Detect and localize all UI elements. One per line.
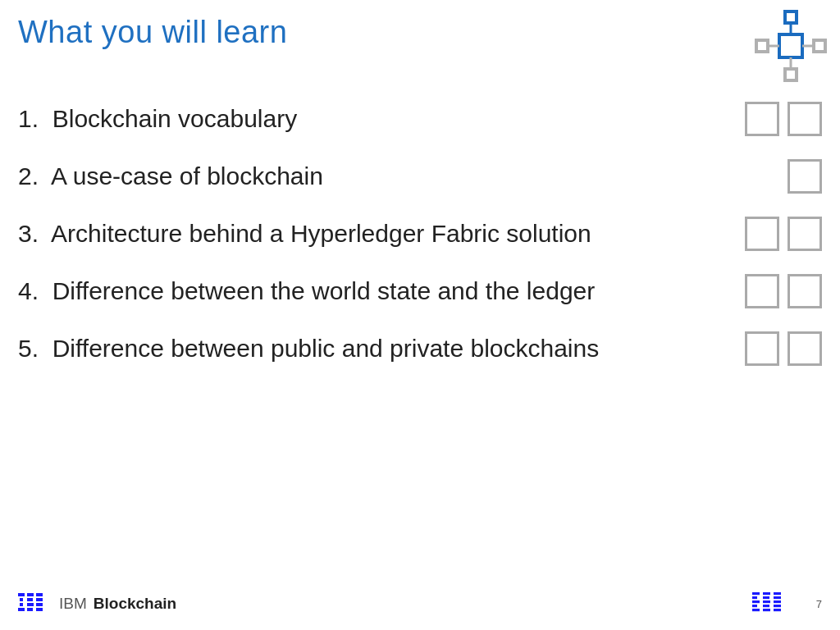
svg-rect-22 xyxy=(752,596,757,599)
learn-item-4-text: 4. Difference between the world state an… xyxy=(18,277,728,305)
learn-item-2: 2. A use-case of blockchain xyxy=(18,148,822,205)
svg-rect-27 xyxy=(763,596,769,599)
ibm-logo-top-right xyxy=(755,10,827,85)
svg-rect-29 xyxy=(763,605,769,607)
svg-rect-2 xyxy=(756,40,768,52)
svg-rect-34 xyxy=(774,605,781,607)
learn-item-4-checkboxes xyxy=(745,274,822,308)
learn-item-4: 4. Difference between the world state an… xyxy=(18,262,822,320)
checkbox-icon xyxy=(788,102,822,136)
svg-rect-3 xyxy=(814,40,825,52)
content-area: 1. Blockchain vocabulary 2. A use-case o… xyxy=(18,90,822,377)
learn-item-1-checkboxes xyxy=(745,102,822,136)
svg-rect-4 xyxy=(779,34,802,57)
checkbox-icon xyxy=(788,159,822,194)
learn-item-2-checkboxes xyxy=(788,159,822,194)
ibm-footer-logo-icon xyxy=(752,592,792,615)
checkbox-icon xyxy=(745,102,779,136)
page-number: 7 xyxy=(816,598,822,610)
learn-item-2-text: 2. A use-case of blockchain xyxy=(18,162,771,190)
svg-rect-28 xyxy=(763,600,770,603)
learn-item-3: 3. Architecture behind a Hyperledger Fab… xyxy=(18,205,822,262)
svg-rect-25 xyxy=(752,609,760,611)
svg-rect-13 xyxy=(27,593,34,596)
svg-rect-1 xyxy=(785,69,797,80)
svg-rect-15 xyxy=(27,603,34,606)
checkbox-icon xyxy=(788,217,822,251)
svg-rect-33 xyxy=(774,600,781,603)
svg-rect-10 xyxy=(20,598,23,601)
svg-rect-20 xyxy=(36,608,43,611)
svg-rect-21 xyxy=(752,592,760,595)
learn-item-1: 1. Blockchain vocabulary xyxy=(18,90,822,148)
svg-rect-17 xyxy=(36,593,43,596)
ibm-label: IBM xyxy=(59,595,87,613)
checkbox-icon xyxy=(745,331,779,366)
checkbox-icon xyxy=(745,217,779,251)
svg-rect-23 xyxy=(752,600,760,603)
svg-rect-31 xyxy=(774,592,781,595)
learn-item-5-checkboxes xyxy=(745,331,822,366)
svg-rect-12 xyxy=(18,608,25,611)
ibm-stripes-icon xyxy=(18,593,54,614)
ibm-blockchain-logo: IBM Blockchain xyxy=(18,593,176,614)
svg-rect-18 xyxy=(36,598,43,601)
svg-rect-0 xyxy=(785,11,797,23)
svg-rect-19 xyxy=(36,603,43,606)
svg-rect-24 xyxy=(752,605,757,607)
svg-rect-9 xyxy=(18,593,25,596)
svg-rect-35 xyxy=(774,609,781,611)
checkbox-icon xyxy=(788,331,822,366)
learn-item-1-text: 1. Blockchain vocabulary xyxy=(18,105,728,133)
blockchain-label: Blockchain xyxy=(94,595,176,613)
svg-rect-11 xyxy=(20,603,23,606)
footer: IBM Blockchain 7 xyxy=(18,592,822,615)
svg-rect-30 xyxy=(763,609,770,611)
checkbox-icon xyxy=(745,274,779,308)
svg-rect-16 xyxy=(27,608,33,611)
svg-rect-32 xyxy=(774,596,781,599)
learn-item-3-text: 3. Architecture behind a Hyperledger Fab… xyxy=(18,220,728,248)
svg-rect-26 xyxy=(763,592,770,595)
learn-item-5-text: 5. Difference between public and private… xyxy=(18,335,728,363)
page-title: What you will learn xyxy=(18,15,287,50)
checkbox-icon xyxy=(788,274,822,308)
learn-item-3-checkboxes xyxy=(745,217,822,251)
learn-item-5: 5. Difference between public and private… xyxy=(18,320,822,377)
svg-rect-14 xyxy=(27,598,33,601)
